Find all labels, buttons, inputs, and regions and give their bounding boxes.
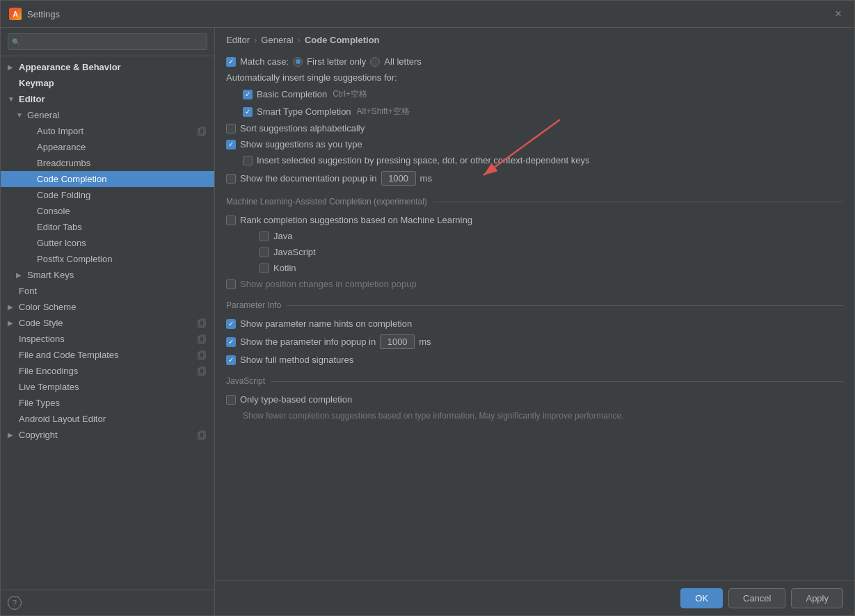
- app-icon: A: [9, 8, 22, 20]
- kotlin-label: Kotlin: [273, 263, 296, 273]
- auto-insert-label: Automatically insert single suggestions …: [226, 72, 397, 83]
- first-letter-only-radio[interactable]: [293, 57, 303, 67]
- sort-suggestions-checkbox[interactable]: [226, 124, 236, 133]
- sidebar: ▶ Appearance & Behavior Keymap ▼ Editor …: [1, 28, 215, 615]
- rank-ml-label: Rank completion suggestions based on Mac…: [240, 215, 472, 225]
- javascript-checkbox[interactable]: [259, 248, 269, 257]
- rank-ml-row: Rank completion suggestions based on Mac…: [226, 212, 843, 228]
- show-position-checkbox[interactable]: [226, 279, 236, 289]
- sidebar-item-file-encodings[interactable]: File Encodings: [1, 363, 214, 379]
- show-param-hints-checkbox[interactable]: [226, 319, 236, 329]
- expand-arrow: ▶: [8, 303, 16, 311]
- sidebar-item-inspections[interactable]: Inspections: [1, 331, 214, 347]
- cancel-button[interactable]: Cancel: [728, 588, 785, 608]
- content-panel: Editor › General › Code Completion Match…: [215, 28, 854, 615]
- java-checkbox[interactable]: [259, 232, 269, 241]
- show-full-signatures-label: Show full method signatures: [240, 355, 353, 365]
- only-type-based-hint: Show fewer completion suggestions based …: [243, 410, 624, 422]
- sidebar-item-gutter-icons[interactable]: Gutter Icons: [1, 235, 214, 251]
- show-param-popup-checkbox[interactable]: [226, 337, 236, 347]
- smart-type-checkbox[interactable]: [243, 107, 253, 117]
- expand-arrow: ▶: [8, 319, 16, 327]
- param-info-label: Parameter Info: [226, 300, 281, 310]
- match-case-row: Match case: First letter only All letter…: [226, 54, 843, 70]
- show-position-label: Show position changes in completion popu…: [240, 279, 417, 289]
- sidebar-item-editor[interactable]: ▼ Editor: [1, 91, 214, 107]
- sidebar-item-smart-keys[interactable]: ▶ Smart Keys: [1, 267, 214, 283]
- show-param-hints-label: Show parameter name hints on completion: [240, 318, 412, 329]
- show-full-signatures-checkbox[interactable]: [226, 355, 236, 365]
- expand-arrow: ▶: [16, 271, 24, 279]
- first-letter-only-label: First letter only: [307, 56, 366, 67]
- basic-completion-checkbox[interactable]: [243, 90, 253, 99]
- apply-button[interactable]: Apply: [791, 588, 843, 608]
- help-button[interactable]: ?: [8, 596, 22, 610]
- expand-arrow: ▶: [8, 431, 16, 439]
- sidebar-item-file-types[interactable]: File Types: [1, 395, 214, 411]
- breadcrumb-editor: Editor: [226, 35, 250, 45]
- ok-button[interactable]: OK: [680, 588, 723, 608]
- breadcrumb: Editor › General › Code Completion: [215, 28, 854, 51]
- sidebar-item-live-templates[interactable]: Live Templates: [1, 379, 214, 395]
- show-doc-popup-row: Show the documentation popup in ms: [226, 168, 843, 188]
- js-section-divider: JavaScript: [226, 376, 843, 386]
- javascript-label: JavaScript: [273, 247, 316, 257]
- auto-insert-label-row: Automatically insert single suggestions …: [226, 70, 843, 86]
- basic-completion-label: Basic Completion: [257, 89, 327, 99]
- only-type-based-checkbox[interactable]: [226, 395, 236, 405]
- sidebar-item-auto-import[interactable]: Auto Import: [1, 123, 214, 139]
- basic-completion-kbd: Ctrl+空格: [333, 88, 367, 100]
- sort-suggestions-label: Sort suggestions alphabetically: [240, 123, 365, 133]
- all-letters-label: All letters: [384, 56, 421, 67]
- breadcrumb-current: Code Completion: [305, 35, 380, 45]
- sidebar-item-appearance-behavior[interactable]: ▶ Appearance & Behavior: [1, 59, 214, 75]
- copy-icon: [198, 127, 207, 136]
- param-info-divider: Parameter Info: [226, 300, 843, 310]
- only-type-based-hint-row: Show fewer completion suggestions based …: [226, 407, 843, 425]
- main-area: ▶ Appearance & Behavior Keymap ▼ Editor …: [1, 28, 854, 615]
- expand-arrow: ▶: [8, 63, 16, 71]
- show-suggestions-row: Show suggestions as you type: [226, 136, 843, 152]
- param-popup-unit: ms: [419, 337, 431, 347]
- sidebar-item-android-layout-editor[interactable]: Android Layout Editor: [1, 411, 214, 427]
- sidebar-tree: ▶ Appearance & Behavior Keymap ▼ Editor …: [1, 56, 214, 590]
- sidebar-item-code-folding[interactable]: Code Folding: [1, 187, 214, 203]
- sidebar-item-code-style[interactable]: ▶ Code Style: [1, 315, 214, 331]
- param-popup-value[interactable]: [380, 334, 415, 349]
- sidebar-item-font[interactable]: Font: [1, 283, 214, 299]
- settings-dialog: A Settings × ▶ Appearance & Behavior: [0, 0, 855, 616]
- all-letters-radio[interactable]: [370, 57, 380, 67]
- insert-selected-label: Insert selected suggestion by pressing s…: [257, 155, 589, 165]
- sidebar-item-postfix-completion[interactable]: Postfix Completion: [1, 251, 214, 267]
- sidebar-item-general[interactable]: ▼ General: [1, 107, 214, 123]
- smart-type-row: Smart Type Completion Alt+Shift+空格: [226, 103, 843, 120]
- show-doc-popup-label: Show the documentation popup in: [240, 173, 377, 184]
- close-button[interactable]: ×: [831, 6, 846, 22]
- doc-popup-value[interactable]: [381, 171, 416, 186]
- search-input[interactable]: [8, 33, 207, 50]
- copy-icon: [198, 430, 207, 440]
- ml-section-divider: Machine Learning-Assisted Completion (ex…: [226, 197, 843, 206]
- kotlin-checkbox[interactable]: [259, 264, 269, 273]
- sidebar-item-console[interactable]: Console: [1, 203, 214, 219]
- breadcrumb-general: General: [261, 35, 293, 45]
- sidebar-item-editor-tabs[interactable]: Editor Tabs: [1, 219, 214, 235]
- sidebar-item-code-completion[interactable]: Code Completion: [1, 171, 214, 187]
- breadcrumb-sep2: ›: [298, 35, 301, 45]
- sidebar-item-color-scheme[interactable]: ▶ Color Scheme: [1, 299, 214, 315]
- search-box: [1, 28, 214, 56]
- only-type-based-label: Only type-based completion: [240, 394, 352, 405]
- sidebar-item-keymap[interactable]: Keymap: [1, 75, 214, 91]
- show-suggestions-checkbox[interactable]: [226, 140, 236, 149]
- rank-ml-checkbox[interactable]: [226, 216, 236, 225]
- copy-icon: [198, 366, 207, 376]
- show-full-signatures-row: Show full method signatures: [226, 352, 843, 368]
- match-case-checkbox[interactable]: [226, 57, 236, 67]
- sidebar-item-file-code-templates[interactable]: File and Code Templates: [1, 347, 214, 363]
- sidebar-item-copyright[interactable]: ▶ Copyright: [1, 427, 214, 443]
- insert-selected-checkbox[interactable]: [243, 156, 253, 165]
- show-doc-popup-checkbox[interactable]: [226, 174, 236, 184]
- sidebar-item-breadcrumbs[interactable]: Breadcrumbs: [1, 155, 214, 171]
- expand-arrow: ▼: [8, 95, 16, 103]
- sidebar-item-appearance[interactable]: Appearance: [1, 139, 214, 155]
